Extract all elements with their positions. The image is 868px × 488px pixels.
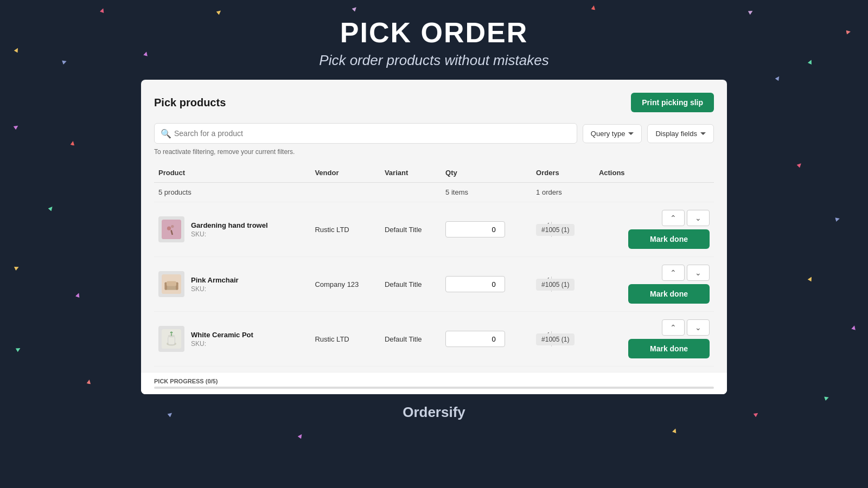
col-product: Product [154, 163, 310, 183]
product-info: Pink Armchair SKU: [158, 271, 306, 297]
actions-cell: ⌃ ⌄ Mark done [599, 265, 710, 304]
mark-done-button[interactable]: Mark done [628, 339, 710, 358]
col-orders: Orders [532, 163, 595, 183]
collapse-button[interactable]: ⌃ [662, 319, 685, 336]
table-row: Pink Armchair SKU: Company 123 Default T… [154, 257, 714, 312]
chevron-down-icon [700, 132, 706, 135]
collapse-button[interactable]: ⌃ [662, 265, 685, 281]
col-qty: Qty [441, 163, 532, 183]
col-actions: Actions [595, 163, 714, 183]
product-vendor: Company 123 [310, 257, 380, 312]
product-thumbnail [158, 216, 184, 242]
qty-control: of 1 ▲ ▼ [445, 331, 505, 347]
summary-row: 5 products 5 items 1 orders [154, 183, 714, 202]
card-header: Pick products Print picking slip [154, 93, 714, 112]
expand-buttons: ⌃ ⌄ [662, 265, 710, 281]
product-sku: SKU: [191, 340, 253, 348]
print-picking-slip-button[interactable]: Print picking slip [631, 93, 714, 112]
progress-label: PICK PROGRESS (0/5) [154, 378, 714, 384]
product-variant: Default Title [380, 257, 441, 312]
summary-qty: 5 items [441, 183, 532, 202]
search-input[interactable] [154, 123, 577, 144]
actions-cell: ⌃ ⌄ Mark done [599, 319, 710, 358]
product-vendor: Rustic LTD [310, 202, 380, 257]
brand-name: Ordersify [403, 404, 465, 420]
product-variant: Default Title [380, 202, 441, 257]
product-vendor: Rustic LTD [310, 312, 380, 367]
page-subtitle: Pick order products without mistakes [0, 52, 868, 69]
product-info: White Ceramic Pot SKU: [158, 326, 306, 352]
collapse-button[interactable]: ⌃ [662, 210, 685, 226]
query-type-button[interactable]: Query type [583, 124, 642, 143]
search-row: 🔍 Query type Display fields [154, 123, 714, 144]
search-box: 🔍 [154, 123, 577, 144]
expand-button[interactable]: ⌄ [687, 210, 710, 226]
product-info: Gardening hand trowel SKU: [158, 216, 306, 242]
product-name: Pink Armchair [191, 276, 239, 284]
order-badge: #1005 (1) [536, 279, 575, 291]
svg-rect-0 [162, 220, 181, 239]
expand-button[interactable]: ⌄ [687, 265, 710, 281]
qty-input[interactable] [446, 332, 541, 346]
col-vendor: Vendor [310, 163, 380, 183]
page-title: PICK ORDER [0, 16, 868, 49]
qty-input[interactable] [446, 222, 541, 237]
product-variant: Default Title [380, 312, 441, 367]
mark-done-button[interactable]: Mark done [628, 229, 710, 249]
page-footer: Ordersify [0, 404, 868, 421]
summary-product-count: 5 products [154, 183, 310, 202]
svg-point-1 [167, 227, 171, 230]
col-variant: Variant [380, 163, 441, 183]
actions-cell: ⌃ ⌄ Mark done [599, 210, 710, 249]
expand-buttons: ⌃ ⌄ [662, 319, 710, 336]
table-row: White Ceramic Pot SKU: Rustic LTD Defaul… [154, 312, 714, 367]
order-badge: #1005 (1) [536, 333, 575, 345]
svg-rect-8 [167, 281, 176, 286]
card-title: Pick products [154, 97, 226, 109]
table-header: Product Vendor Variant Qty Orders Action… [154, 163, 714, 183]
qty-input[interactable] [446, 277, 541, 292]
product-name: Gardening hand trowel [191, 221, 268, 229]
product-thumbnail [158, 271, 184, 297]
qty-control: of 1 ▲ ▼ [445, 276, 505, 292]
product-table: Product Vendor Variant Qty Orders Action… [154, 163, 714, 367]
filter-hint: To reactivate filtering, remove your cur… [154, 148, 714, 156]
summary-orders: 1 orders [532, 183, 595, 202]
search-icon: 🔍 [161, 129, 171, 139]
product-sku: SKU: [191, 285, 239, 293]
page-header: PICK ORDER Pick order products without m… [0, 0, 868, 80]
main-card: Pick products Print picking slip 🔍 Query… [141, 80, 727, 394]
svg-point-2 [171, 225, 174, 228]
table-row: Gardening hand trowel SKU: Rustic LTD De… [154, 202, 714, 257]
expand-button[interactable]: ⌄ [687, 319, 710, 336]
mark-done-button[interactable]: Mark done [628, 284, 710, 304]
product-sku: SKU: [191, 230, 268, 238]
product-thumbnail [158, 326, 184, 352]
qty-control: of 1 ▲ ▼ [445, 221, 505, 237]
order-badge: #1005 (1) [536, 224, 575, 236]
progress-bar [154, 387, 714, 389]
product-name: White Ceramic Pot [191, 331, 253, 339]
progress-bar-container: PICK PROGRESS (0/5) [141, 372, 727, 394]
expand-buttons: ⌃ ⌄ [662, 210, 710, 226]
display-fields-button[interactable]: Display fields [647, 124, 714, 143]
chevron-down-icon [628, 132, 634, 135]
